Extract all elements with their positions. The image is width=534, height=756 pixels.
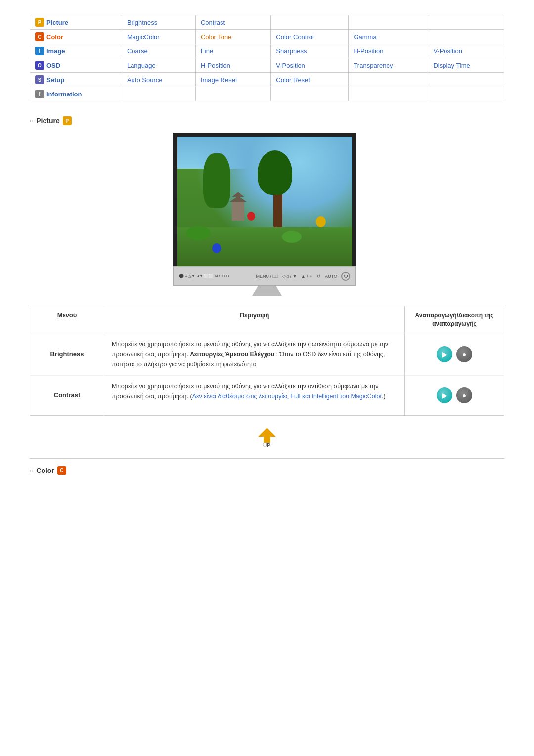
up-arrow-head: [258, 428, 276, 437]
nav-empty-1: [271, 15, 349, 30]
monitor-controls[interactable]: MENU / □□ ◁◁ / ▼ ▲ / ✦ ↺ AUTO ⏻: [256, 272, 350, 281]
osd-icon: O: [35, 61, 44, 70]
contrast-back-btn[interactable]: ●: [456, 387, 472, 403]
nav-coarse[interactable]: Coarse: [122, 44, 195, 58]
nav-language[interactable]: Language: [122, 58, 195, 73]
nav-brightness[interactable]: Brightness: [122, 15, 195, 30]
monitor-container: ⚫ ≡ △▼ ▲▾ ⬜⬜ AUTO ⊙ MENU / □□ ◁◁ / ▼ ▲ /…: [30, 133, 504, 296]
col-header-desc: Περιγαφή: [104, 306, 405, 333]
monitor-wrapper: ⚫ ≡ △▼ ▲▾ ⬜⬜ AUTO ⊙ MENU / □□ ◁◁ / ▼ ▲ /…: [173, 133, 361, 296]
monitor-screen-inner: [177, 137, 352, 266]
nav-item-image[interactable]: I Image: [30, 44, 122, 58]
monitor-bottom-bar: ⚫ ≡ △▼ ▲▾ ⬜⬜ AUTO ⊙ MENU / □□ ◁◁ / ▼ ▲ /…: [173, 266, 356, 286]
nav-osd-hposition[interactable]: H-Position: [195, 58, 270, 73]
nav-vposition[interactable]: V-Position: [428, 44, 504, 58]
nav-empty-2: [349, 15, 428, 30]
color-circle: ○: [30, 467, 33, 474]
balloon-red: [247, 212, 255, 221]
nav-empty-7: [122, 87, 195, 101]
image-icon: I: [35, 47, 44, 55]
nav-empty-9: [271, 87, 349, 101]
nav-item-info[interactable]: i Information: [30, 87, 122, 101]
nav-empty-10: [349, 87, 428, 101]
contrast-link[interactable]: Δεν είναι διαθέσιμο στις λειτουργίες Ful…: [192, 393, 384, 400]
monitor-power-btn[interactable]: ⏻: [341, 272, 350, 281]
nav-colortone[interactable]: Color Tone: [195, 30, 270, 44]
up-arrow-body: [264, 437, 270, 443]
contrast-label: Contrast: [54, 391, 80, 399]
nav-autosource[interactable]: Auto Source: [122, 73, 195, 87]
up-arrow-container: UP: [30, 428, 504, 448]
brightness-back-btn[interactable]: ●: [456, 346, 472, 362]
nav-row-osd: O OSD Language H-Position V-Position Tra…: [30, 58, 504, 73]
nav-empty-5: [349, 73, 428, 87]
nav-row-info: i Information: [30, 87, 504, 101]
balloon-blue: [212, 243, 221, 253]
nav-empty-6: [428, 73, 504, 87]
nav-empty-4: [428, 30, 504, 44]
picture-icon: P: [35, 18, 44, 27]
col-header-menu: Μενού: [30, 306, 104, 333]
color-icon: C: [35, 32, 44, 41]
nav-displaytime[interactable]: Display Time: [428, 58, 504, 73]
nav-item-color[interactable]: C Color: [30, 30, 122, 44]
monitor-menu-label[interactable]: MENU / □□: [256, 274, 278, 279]
monitor-stand: [252, 286, 282, 296]
pagoda: [229, 191, 247, 221]
monitor-brightness-label[interactable]: ▲ / ✦: [301, 274, 313, 279]
nav-row-image: I Image Coarse Fine Sharpness H-Position…: [30, 44, 504, 58]
picture-section-header: ○ Picture P: [30, 116, 504, 125]
brightness-label: Brightness: [50, 350, 84, 358]
brightness-bold: Λειτουργίες Άμεσου Ελέγχου: [190, 351, 275, 358]
monitor-osd-label: ⚫ ≡ △▼ ▲▾ ⬜⬜ AUTO ⊙: [179, 274, 229, 278]
nav-table: P Picture Brightness Contrast C Color M: [30, 15, 504, 101]
contrast-desc-text: Μπορείτε να χρησιμοποιήσετε τα μενού της…: [112, 383, 386, 400]
desc-cell-brightness: Μπορείτε να χρησιμοποιήσετε τα μενού της…: [104, 333, 405, 375]
action-cell-contrast: ▶ ●: [405, 376, 504, 415]
nav-gamma[interactable]: Gamma: [349, 30, 428, 44]
table-row-contrast: Contrast Μπορείτε να χρησιμοποιήσετε τα …: [30, 376, 504, 415]
nav-empty-3: [428, 15, 504, 30]
monitor-rotate-label[interactable]: ↺: [317, 274, 321, 279]
monitor-nav-label[interactable]: ◁◁ / ▼: [282, 274, 297, 279]
bush-right: [282, 231, 302, 243]
picture-section-title: Picture: [36, 117, 59, 125]
contrast-forward-btn[interactable]: ▶: [437, 387, 452, 403]
nav-item-osd[interactable]: O OSD: [30, 58, 122, 73]
nav-item-setup[interactable]: S Setup: [30, 73, 122, 87]
nav-transparency[interactable]: Transparency: [349, 58, 428, 73]
nav-imagereset[interactable]: Image Reset: [195, 73, 270, 87]
nav-colorreset[interactable]: Color Reset: [271, 73, 349, 87]
table-row-brightness: Brightness Μπορείτε να χρησιμοποιήσετε τ…: [30, 333, 504, 376]
nav-label-color: Color: [46, 33, 63, 41]
tree-canopy-main: [258, 150, 292, 195]
nav-osd-vposition[interactable]: V-Position: [271, 58, 349, 73]
menu-cell-contrast: Contrast: [30, 376, 104, 415]
nav-label-image: Image: [46, 47, 65, 55]
menu-cell-brightness: Brightness: [30, 333, 104, 375]
picture-section-icon: P: [63, 116, 72, 125]
up-arrow: UP: [258, 428, 276, 448]
picture-circle: ○: [30, 117, 33, 124]
brightness-desc-text: Μπορείτε να χρησιμοποιήσετε τα μενού της…: [112, 341, 388, 368]
color-section-icon: C: [57, 466, 66, 475]
color-section-header: ○ Color C: [30, 466, 504, 475]
brightness-forward-btn[interactable]: ▶: [437, 346, 452, 362]
nav-magiccolor[interactable]: MagicColor: [122, 30, 195, 44]
nav-contrast[interactable]: Contrast: [195, 15, 270, 30]
nav-item-picture[interactable]: P Picture: [30, 15, 122, 30]
monitor-auto-label[interactable]: AUTO: [325, 274, 337, 279]
nav-hposition[interactable]: H-Position: [349, 44, 428, 58]
info-table-header: Μενού Περιγαφή Αναπαραγωγή/Διακοπή της α…: [30, 306, 504, 333]
nav-colorcontrol[interactable]: Color Control: [271, 30, 349, 44]
nav-fine[interactable]: Fine: [195, 44, 270, 58]
monitor-small-controls: ⚫ ≡ △▼ ▲▾ ⬜⬜ AUTO ⊙: [179, 274, 229, 278]
nav-label-picture: Picture: [46, 19, 68, 26]
info-table: Μενού Περιγαφή Αναπαραγωγή/Διακοπή της α…: [30, 306, 504, 416]
monitor-screen: [173, 133, 356, 266]
nav-label-info: Information: [46, 91, 82, 98]
tree-canopy-left: [203, 153, 230, 208]
info-icon: i: [35, 90, 44, 98]
pagoda-roof-top: [232, 192, 244, 197]
nav-sharpness[interactable]: Sharpness: [271, 44, 349, 58]
